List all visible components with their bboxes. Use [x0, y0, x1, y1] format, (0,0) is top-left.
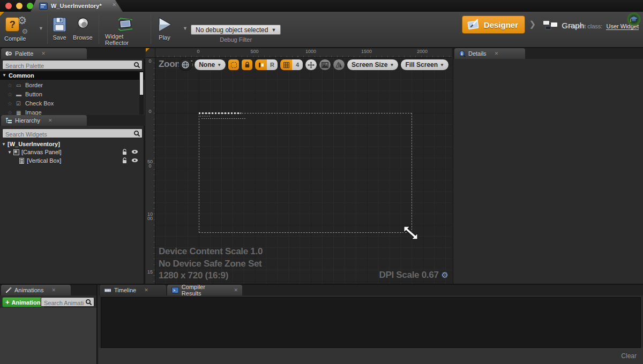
show-outlines-toggle[interactable] [228, 59, 240, 71]
compile-options-caret[interactable]: ▼ [39, 26, 43, 31]
palette-item-button[interactable]: ☆ ▬ Button [0, 90, 137, 99]
expanded-arrow-icon[interactable]: ▼ [2, 140, 6, 148]
close-panel-icon[interactable]: ✕ [48, 118, 53, 123]
widget-reflector-button[interactable]: Widget Reflector [105, 16, 146, 46]
play-options-caret[interactable]: ▼ [183, 26, 188, 31]
align-widgets-toggle[interactable] [255, 59, 267, 70]
localization-preview-button[interactable] [178, 59, 192, 71]
hierarchy-row-canvas-panel[interactable]: ▼ [Canvas Panel] [0, 148, 144, 156]
hierarchy-root-row[interactable]: ▼ [W_UserInventory] [0, 140, 144, 148]
vertical-box-outline[interactable] [199, 112, 241, 114]
fill-screen-dropdown[interactable]: Fill Screen ▼ [400, 59, 449, 71]
animation-search[interactable] [41, 297, 94, 307]
clear-button[interactable]: Clear [621, 352, 637, 360]
scrollbar-thumb[interactable] [140, 72, 143, 95]
resize-mode-button[interactable] [305, 59, 317, 71]
minimize-window-button[interactable] [16, 3, 23, 9]
checkbox-widget-icon: ☑ [16, 99, 21, 108]
hierarchy-search[interactable] [2, 128, 143, 138]
expanded-arrow-icon[interactable]: ▼ [8, 148, 12, 156]
favorite-star-icon[interactable]: ☆ [8, 90, 12, 99]
compiler-output-area[interactable] [101, 297, 641, 348]
palette-list: ▼ Common ☆ ▭ Border ☆ ▬ Button ☆ ☑ Check… [0, 71, 145, 115]
graph-mode-button[interactable]: Graph [542, 17, 584, 33]
screen-size-dropdown[interactable]: Screen Size ▼ [347, 59, 399, 71]
expanded-arrow-icon: ▼ [2, 71, 6, 80]
details-header: Details ✕ [453, 48, 643, 59]
floppy-disk-icon [51, 16, 68, 33]
compile-button[interactable]: ⚙ ⚙ ? Compile [4, 16, 26, 42]
close-panel-icon[interactable]: ✕ [234, 287, 238, 293]
border-widget-icon: ▭ [16, 81, 21, 90]
close-panel-icon[interactable]: ✕ [144, 287, 148, 293]
flip-preview-button[interactable] [333, 59, 345, 71]
palette-group-common[interactable]: ▼ Common [0, 71, 145, 80]
unlocked-icon[interactable] [122, 157, 128, 164]
preview-background-button[interactable] [319, 59, 331, 71]
designer-viewport-area: 0 500 1000 1500 2000 0 0 500 1000 15 Zoo… [146, 48, 452, 284]
visibility-eye-icon[interactable] [131, 157, 138, 163]
resize-cursor-icon[interactable] [402, 225, 422, 242]
designer-icon [467, 18, 481, 31]
chevron-down-icon: ▼ [271, 27, 276, 33]
palette-item-checkbox[interactable]: ☆ ☑ Check Box [0, 99, 137, 108]
animations-panel: Animations ✕ + Animation [0, 285, 98, 364]
designer-mode-button[interactable]: Designer [462, 16, 525, 34]
favorite-star-icon[interactable]: ☆ [8, 81, 12, 90]
timeline-tab[interactable]: Timeline ✕ [100, 285, 166, 295]
favorite-star-icon[interactable]: ☆ [8, 108, 12, 115]
widget-reflector-icon [116, 16, 135, 32]
palette-search[interactable] [2, 60, 143, 70]
mirror-flip-icon [335, 62, 342, 68]
globe-icon [182, 61, 189, 69]
gear-icon: ⚙ [22, 27, 28, 35]
unlocked-icon[interactable] [122, 149, 128, 155]
palette-tab[interactable]: Palette ✕ [1, 48, 87, 59]
favorite-star-icon[interactable]: ☆ [8, 99, 12, 108]
palette-search-input[interactable] [3, 62, 142, 70]
localization-value-dropdown[interactable]: None ▼ [194, 59, 226, 71]
close-window-button[interactable] [5, 3, 12, 9]
play-icon [156, 16, 173, 33]
palette-header: Palette ✕ [0, 48, 145, 59]
dock-corner-marker [0, 12, 4, 16]
hierarchy-search-input[interactable] [3, 130, 142, 139]
debug-object-dropdown[interactable]: No debug object selected ▼ [191, 25, 281, 35]
hierarchy-icon [5, 117, 12, 124]
alignment-icon [258, 62, 264, 68]
chevron-right-icon: ❯ [529, 19, 536, 29]
add-animation-button[interactable]: + Animation [2, 297, 45, 307]
palette-item-image[interactable]: ☆ ▦ Image [0, 108, 137, 115]
designer-canvas[interactable]: Zoom -5 None ▼ [155, 58, 452, 284]
safe-zone-label: No Device Safe Zone Set [159, 259, 261, 269]
respect-locks-toggle[interactable]: R [267, 59, 278, 70]
animations-header: Animations ✕ [0, 285, 96, 295]
animations-list-area[interactable] [0, 308, 96, 364]
vertical-ruler: 0 0 500 1000 15 [146, 58, 155, 284]
respect-locks-group: R [255, 59, 278, 71]
compiler-results-tab[interactable]: >_ Compiler Results ✕ [167, 285, 242, 295]
palette-scrollbar[interactable] [139, 72, 144, 115]
save-button[interactable]: Save [51, 16, 68, 41]
close-panel-icon[interactable]: ✕ [495, 51, 499, 56]
details-tab[interactable]: Details ✕ [454, 48, 525, 59]
hierarchy-row-vertical-box[interactable]: [Vertical Box] [0, 157, 144, 165]
preview-screen-outline[interactable] [199, 113, 412, 233]
grid-snap-toggle[interactable] [280, 59, 292, 70]
lock-widgets-toggle[interactable] [241, 59, 253, 71]
close-panel-icon[interactable]: ✕ [51, 287, 56, 293]
play-button[interactable]: Play [156, 16, 173, 41]
asset-tab[interactable]: W_UserInventory* ✕ [31, 0, 123, 12]
dpi-settings-gear-icon[interactable]: ⚙ [442, 270, 448, 280]
hierarchy-tab[interactable]: Hierarchy ✕ [1, 115, 87, 126]
toolbar-separator [99, 14, 99, 44]
class-settings-badge[interactable] [627, 12, 641, 26]
grid-size-dropdown[interactable]: 4 [292, 59, 303, 70]
palette-item-border[interactable]: ☆ ▭ Border [0, 81, 137, 90]
close-panel-icon[interactable]: ✕ [41, 51, 46, 56]
resolution-label: 1280 x 720 (16:9) [159, 270, 228, 281]
browse-button[interactable]: Browse [73, 16, 93, 41]
visibility-eye-icon[interactable] [131, 149, 138, 155]
close-tab-icon[interactable]: ✕ [112, 2, 116, 7]
animations-tab[interactable]: Animations ✕ [1, 285, 71, 295]
